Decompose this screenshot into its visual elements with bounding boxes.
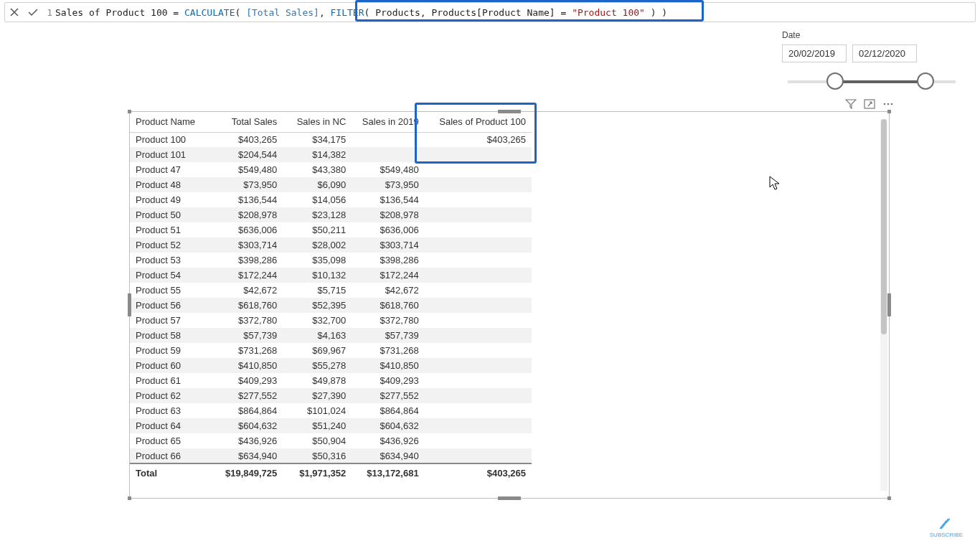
date-slider[interactable] <box>788 72 956 91</box>
resize-handle-tl[interactable] <box>128 110 131 113</box>
resize-handle-br[interactable] <box>887 496 891 500</box>
table-row[interactable]: Product 50$208,978$23,128$208,978 <box>130 207 532 222</box>
column-header-total-sales[interactable]: Total Sales <box>207 112 283 132</box>
cell-sales-p100 <box>425 177 532 192</box>
formula-bar[interactable]: 1 Sales of Product 100 = CALCULATE ( [To… <box>4 2 976 22</box>
slider-handle-to[interactable] <box>917 72 934 90</box>
table-row[interactable]: Product 66$634,940$50,316$634,940 <box>130 448 532 463</box>
slider-handle-from[interactable] <box>826 72 844 90</box>
table-row[interactable]: Product 64$604,632$51,240$604,632 <box>130 418 532 433</box>
formula-text[interactable]: Sales of Product 100 = CALCULATE ( [Tota… <box>55 7 667 18</box>
cell-product-name: Product 62 <box>130 388 207 403</box>
table-row[interactable]: Product 100$403,265$34,175$403,265 <box>130 132 532 147</box>
table-row[interactable]: Product 62$277,552$27,390$277,552 <box>130 388 532 403</box>
total-sales-p100: $403,265 <box>425 463 532 482</box>
formula-eq2: = <box>555 7 572 18</box>
formula-line-number: 1 <box>42 7 55 18</box>
cell-total-sales: $73,950 <box>207 177 283 192</box>
resize-handle-right[interactable] <box>887 293 891 316</box>
cell-total-sales: $636,006 <box>207 222 283 237</box>
cell-sales-2019: $436,926 <box>352 433 424 448</box>
cell-sales-nc: $50,904 <box>283 433 352 448</box>
cell-total-sales: $136,544 <box>207 192 283 207</box>
table-row[interactable]: Product 101$204,544$14,382 <box>130 147 532 162</box>
table-row[interactable]: Product 60$410,850$55,278$410,850 <box>130 358 532 373</box>
cell-product-name: Product 52 <box>130 237 207 253</box>
slider-track-active <box>835 80 925 83</box>
cell-sales-nc: $43,380 <box>283 162 352 177</box>
cell-product-name: Product 101 <box>130 147 207 162</box>
cell-sales-nc: $55,278 <box>283 358 352 373</box>
column-header-product-name[interactable]: Product Name <box>130 112 207 132</box>
date-to-input[interactable] <box>852 44 917 62</box>
cell-total-sales: $604,632 <box>207 418 283 433</box>
cell-sales-2019 <box>352 132 424 147</box>
table-row[interactable]: Product 57$372,780$32,700$372,780 <box>130 313 532 328</box>
cell-product-name: Product 63 <box>130 403 207 418</box>
cell-sales-nc: $14,056 <box>283 192 352 207</box>
cell-sales-nc: $27,390 <box>283 388 352 403</box>
cell-product-name: Product 59 <box>130 343 207 358</box>
cell-sales-nc: $51,240 <box>283 418 352 433</box>
resize-handle-tr[interactable] <box>887 110 891 113</box>
table-row[interactable]: Product 47$549,480$43,380$549,480 <box>130 162 532 177</box>
cell-sales-2019: $398,286 <box>352 253 424 268</box>
cancel-formula-button[interactable] <box>5 3 24 22</box>
cell-sales-2019: $208,978 <box>352 207 424 222</box>
cell-sales-nc: $5,715 <box>283 283 352 298</box>
cell-total-sales: $208,978 <box>207 207 283 222</box>
subscribe-label: SUBSCRIBE <box>930 532 963 538</box>
column-header-sales-product-100[interactable]: Sales of Product 100 <box>425 112 532 132</box>
table-row[interactable]: Product 59$731,268$69,967$731,268 <box>130 343 532 358</box>
table-row[interactable]: Product 63$864,864$101,024$864,864 <box>130 403 532 418</box>
cell-total-sales: $731,268 <box>207 343 283 358</box>
cell-sales-nc: $50,211 <box>283 222 352 237</box>
resize-handle-top[interactable] <box>498 110 521 113</box>
formula-close: ) ) <box>645 7 667 18</box>
table-row[interactable]: Product 56$618,760$52,395$618,760 <box>130 298 532 313</box>
cell-sales-p100 <box>425 237 532 253</box>
cell-sales-2019: $634,940 <box>352 448 424 463</box>
cell-sales-2019: $864,864 <box>352 403 424 418</box>
cell-product-name: Product 53 <box>130 253 207 268</box>
cell-sales-nc: $35,098 <box>283 253 352 268</box>
resize-handle-left[interactable] <box>128 293 131 316</box>
table-row[interactable]: Product 65$436,926$50,904$436,926 <box>130 433 532 448</box>
cell-total-sales: $403,265 <box>207 132 283 147</box>
column-header-sales-2019[interactable]: Sales in 2019 <box>352 112 424 132</box>
filter-icon[interactable] <box>845 99 857 111</box>
formula-table: Products <box>375 7 420 18</box>
cell-sales-nc: $14,382 <box>283 147 352 162</box>
vertical-scrollbar[interactable] <box>880 119 887 491</box>
table-row[interactable]: Product 54$172,244$10,132$172,244 <box>130 268 532 283</box>
table-visual[interactable]: Product Name Total Sales Sales in NC Sal… <box>129 111 890 499</box>
visual-header-icons <box>845 99 894 111</box>
table-row[interactable]: Product 52$303,714$28,002$303,714 <box>130 237 532 253</box>
table-row[interactable]: Product 51$636,006$50,211$636,006 <box>130 222 532 237</box>
table-row[interactable]: Product 58$57,739$4,163$57,739 <box>130 328 532 343</box>
commit-formula-button[interactable] <box>24 3 42 22</box>
column-header-sales-nc[interactable]: Sales in NC <box>283 112 352 132</box>
table-row[interactable]: Product 61$409,293$49,878$409,293 <box>130 373 532 388</box>
cell-product-name: Product 57 <box>130 313 207 328</box>
table-row[interactable]: Product 55$42,672$5,715$42,672 <box>130 283 532 298</box>
svg-point-3 <box>891 103 893 105</box>
scrollbar-thumb[interactable] <box>881 119 887 334</box>
cell-sales-nc: $52,395 <box>283 298 352 313</box>
cell-total-sales: $398,286 <box>207 253 283 268</box>
focus-mode-icon[interactable] <box>864 99 875 111</box>
formula-paren: ( <box>235 7 246 18</box>
resize-handle-bl[interactable] <box>128 496 131 500</box>
table-row[interactable]: Product 53$398,286$35,098$398,286 <box>130 253 532 268</box>
cell-sales-p100 <box>425 433 532 448</box>
cell-product-name: Product 60 <box>130 358 207 373</box>
cell-sales-p100 <box>425 358 532 373</box>
date-from-input[interactable] <box>782 44 847 62</box>
cell-sales-p100 <box>425 388 532 403</box>
formula-measure-name: Sales of Product 100 <box>55 7 168 18</box>
cell-sales-nc: $32,700 <box>283 313 352 328</box>
table-row[interactable]: Product 48$73,950$6,090$73,950 <box>130 177 532 192</box>
resize-handle-bottom[interactable] <box>498 496 521 500</box>
table-row[interactable]: Product 49$136,544$14,056$136,544 <box>130 192 532 207</box>
cell-sales-p100 <box>425 313 532 328</box>
